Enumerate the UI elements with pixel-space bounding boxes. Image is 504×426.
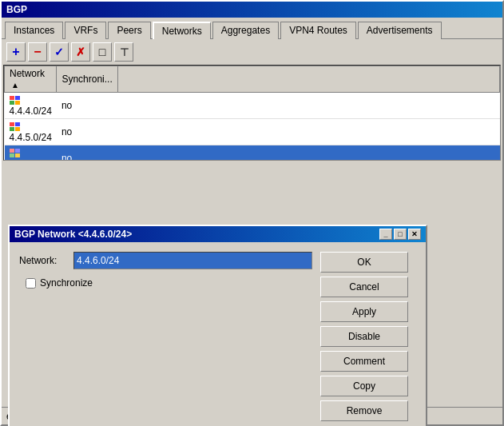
table-row[interactable]: 4.4.6.0/24 no — [5, 145, 500, 161]
disable-button[interactable]: Disable — [320, 326, 408, 347]
column-network[interactable]: Network ▲ — [5, 66, 57, 93]
column-extra — [117, 66, 499, 93]
cancel-button[interactable]: Cancel — [320, 277, 408, 297]
comment-button[interactable]: Comment — [320, 351, 408, 372]
cell-network-3: 4.4.6.0/24 — [5, 145, 57, 161]
filter-button[interactable]: ⊤ — [114, 42, 133, 62]
dialog-minimize-button[interactable]: _ — [379, 229, 392, 240]
tab-advertisements[interactable]: Advertisements — [358, 22, 442, 39]
row-icon-2 — [10, 122, 20, 131]
cell-sync-1: no — [57, 93, 117, 119]
copy-button[interactable]: Copy — [320, 376, 408, 396]
tab-vrfs[interactable]: VRFs — [65, 22, 106, 39]
dialog-buttons-panel: OK Cancel Apply Disable Comment — [320, 252, 416, 421]
dialog-body: Network: Synchronize OK Cancel — [10, 242, 426, 426]
tab-vpn4routes[interactable]: VPN4 Routes — [280, 22, 356, 39]
cell-network-2: 4.4.5.0/24 — [5, 119, 57, 145]
network-field-row: Network: — [19, 252, 312, 269]
tabs-bar: Instances VRFs Peers Networks Aggregates… — [2, 18, 502, 39]
bgp-network-dialog: BGP Network <4.4.6.0/24> _ □ ✕ Network: … — [8, 225, 427, 426]
remove-button[interactable]: Remove — [320, 400, 408, 421]
network-input[interactable] — [73, 252, 312, 269]
dialog-title-bar: BGP Network <4.4.6.0/24> _ □ ✕ — [10, 226, 426, 242]
network-table: Network ▲ Synchroni... — [4, 66, 500, 161]
cell-network-1: 4.4.4.0/24 — [5, 93, 57, 119]
dialog-left-panel: Network: Synchronize — [19, 252, 312, 421]
title-bar: BGP — [2, 2, 502, 18]
tab-networks[interactable]: Networks — [153, 22, 211, 39]
remove-button-toolbar[interactable]: − — [28, 42, 47, 62]
synchronize-row: Synchronize — [26, 277, 312, 289]
dialog-title: BGP Network <4.4.6.0/24> — [14, 229, 132, 240]
tab-aggregates[interactable]: Aggregates — [212, 22, 279, 39]
synchronize-label: Synchronize — [40, 277, 93, 289]
column-synchronize[interactable]: Synchroni... — [57, 66, 117, 93]
window-title: BGP — [6, 4, 27, 15]
network-label: Network: — [19, 255, 67, 266]
table-row[interactable]: 4.4.4.0/24 no — [5, 93, 500, 119]
network-table-container: Network ▲ Synchroni... — [3, 65, 501, 161]
dialog-maximize-button[interactable]: □ — [394, 229, 407, 240]
tab-instances[interactable]: Instances — [5, 22, 63, 39]
tab-peers[interactable]: Peers — [108, 22, 150, 39]
dialog-close-button[interactable]: ✕ — [408, 229, 421, 240]
row-icon-3 — [10, 149, 20, 157]
main-window: BGP Instances VRFs Peers Networks Aggreg… — [0, 0, 504, 426]
sort-arrow: ▲ — [11, 81, 19, 90]
table-row[interactable]: 4.4.5.0/24 no — [5, 119, 500, 145]
add-button[interactable]: + — [6, 42, 26, 62]
row-icon-1 — [10, 96, 20, 105]
apply-button[interactable]: Apply — [320, 301, 408, 322]
ok-button[interactable]: OK — [320, 252, 408, 273]
cancel-button-toolbar[interactable]: ✗ — [71, 42, 90, 62]
main-content: Network ▲ Synchroni... — [2, 65, 502, 407]
cell-sync-2: no — [57, 119, 117, 145]
toolbar: + − ✓ ✗ □ ⊤ — [2, 39, 502, 65]
box-button[interactable]: □ — [93, 42, 112, 62]
synchronize-checkbox[interactable] — [26, 278, 36, 289]
confirm-button[interactable]: ✓ — [50, 42, 69, 62]
cell-sync-3: no — [57, 145, 117, 161]
dialog-controls: _ □ ✕ — [379, 229, 421, 240]
